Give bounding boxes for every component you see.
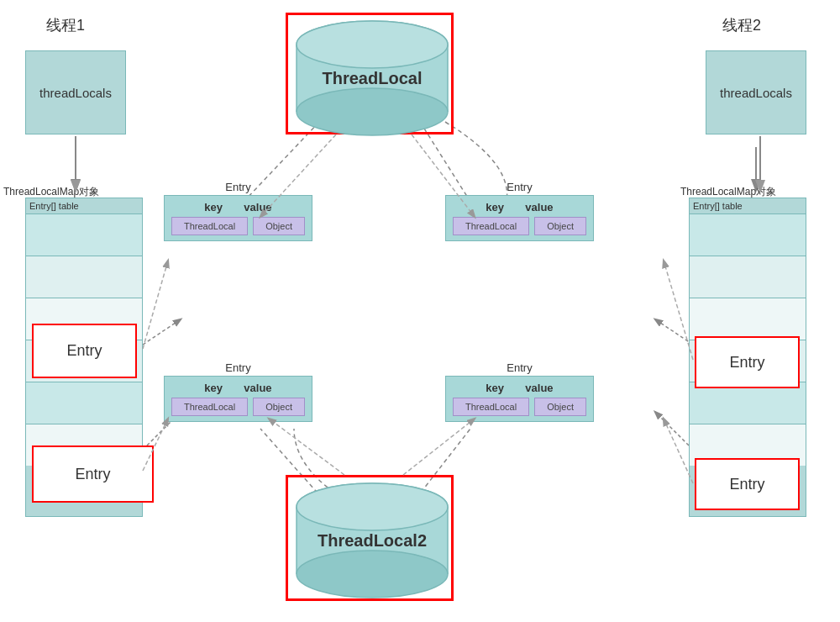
thread1-entry2-box: Entry bbox=[32, 445, 154, 503]
entry-kv-topleft-value-sub: Object bbox=[265, 221, 292, 231]
entry-kv-bottomleft-container: Entry key value ThreadLocal Object bbox=[164, 361, 312, 422]
svg-point-22 bbox=[297, 483, 448, 530]
entry-kv-topleft-title: key value bbox=[171, 201, 305, 213]
svg-line-2 bbox=[143, 319, 181, 345]
threadlocal1-cylinder-container: ThreadLocal bbox=[286, 13, 454, 134]
entry-kv-bottomright-key-sub: ThreadLocal bbox=[465, 402, 517, 412]
entry-kv-topleft-container: Entry key value ThreadLocal Object bbox=[164, 181, 312, 241]
entry-kv-bottomleft-label: Entry bbox=[164, 361, 312, 374]
svg-line-4 bbox=[655, 319, 693, 345]
svg-line-33 bbox=[403, 419, 475, 475]
svg-line-26 bbox=[143, 261, 168, 349]
svg-point-21 bbox=[297, 551, 448, 598]
svg-point-15 bbox=[297, 21, 448, 68]
entry-kv-bottomleft-key-sub: ThreadLocal bbox=[184, 402, 235, 412]
threadlocal2-cylinder-svg: ThreadLocal2 bbox=[288, 477, 456, 604]
svg-text:ThreadLocal2: ThreadLocal2 bbox=[318, 531, 427, 550]
svg-line-5 bbox=[655, 412, 693, 450]
entry-kv-bottomleft-title: key value bbox=[171, 382, 305, 394]
thread1-entry1-box: Entry bbox=[32, 324, 137, 378]
svg-text:ThreadLocal: ThreadLocal bbox=[323, 69, 423, 87]
thread1-label: 线程1 bbox=[46, 15, 85, 35]
entry-kv-bottomright-title: key value bbox=[453, 382, 586, 394]
thread2-label: 线程2 bbox=[722, 15, 761, 35]
entry-kv-topright-label: Entry bbox=[445, 181, 594, 193]
thread2-entry1-box: Entry bbox=[695, 336, 800, 388]
threadlocal2-cylinder-container: ThreadLocal2 bbox=[286, 475, 454, 601]
thread2-entry2-box: Entry bbox=[695, 458, 800, 510]
svg-line-32 bbox=[269, 419, 344, 475]
entry-kv-topright-key-sub: ThreadLocal bbox=[465, 221, 517, 231]
entry-kv-topright-container: Entry key value ThreadLocal Object bbox=[445, 181, 594, 241]
diagram: 线程1 线程2 threadLocals threadLocals Thread… bbox=[0, 0, 840, 622]
thread2-table-label: Entry[] table bbox=[690, 198, 806, 213]
entry-kv-topright-title: key value bbox=[453, 201, 586, 213]
thread1-table-label: Entry[] table bbox=[26, 198, 142, 213]
entry-kv-topright-value-sub: Object bbox=[547, 221, 574, 231]
entry-kv-bottomright-value-sub: Object bbox=[547, 402, 574, 412]
thread2-threadlocals-box: threadLocals bbox=[706, 50, 806, 134]
svg-point-14 bbox=[297, 88, 448, 135]
threadlocal1-cylinder-svg: ThreadLocal bbox=[288, 15, 456, 137]
entry-kv-topleft-label: Entry bbox=[164, 181, 312, 193]
entry-kv-bottomleft-value-sub: Object bbox=[265, 402, 292, 412]
thread1-threadlocals-box: threadLocals bbox=[25, 50, 126, 134]
entry-kv-bottomright-label: Entry bbox=[445, 361, 594, 374]
entry-kv-topleft-key-sub: ThreadLocal bbox=[184, 221, 235, 231]
entry-kv-bottomright-container: Entry key value ThreadLocal Object bbox=[445, 361, 594, 422]
